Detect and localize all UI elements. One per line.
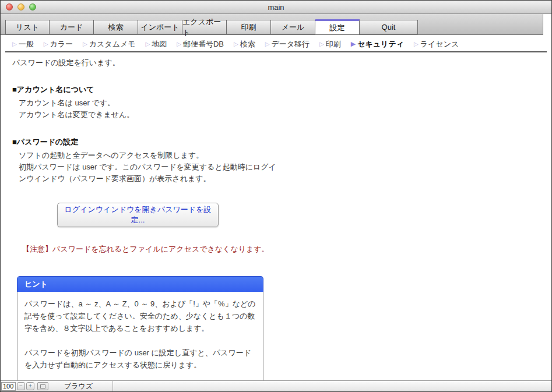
tab-export[interactable]: エクスポート [182,20,227,34]
password-warning-text: 【注意】パスワードを忘れるとファイルにアクセスできなくなります。 [22,244,551,255]
triangle-collapsed-icon: ▷ [319,41,324,47]
subnav-divider [5,51,547,52]
close-window-icon[interactable] [6,3,13,10]
layout-icon [40,384,45,389]
section-heading: ■アカウント名について [12,84,551,96]
triangle-collapsed-icon: ▷ [414,41,419,47]
window-controls [6,3,36,10]
hint-paragraph: パスワードを初期パスワードの user に設定し直すと、パスワードを入力せず自動… [24,347,256,371]
subnav-item-security[interactable]: ▶セキュリティ [351,39,404,50]
subnav-item-general[interactable]: ▷一般 [12,39,34,50]
subnav-item-custom-memo[interactable]: ▷カスタムメモ [83,39,136,50]
zoom-in-button[interactable]: + [26,382,34,390]
zoom-window-icon[interactable] [29,3,36,10]
tab-bar: リスト カード 検索 インポート エクスポート 印刷 メール 設定 Quit [1,14,543,35]
section-text: アカウント名は変更できません。 [19,109,280,121]
subnav-item-print[interactable]: ▷印刷 [319,39,341,50]
title-bar: main [1,1,551,14]
triangle-collapsed-icon: ▷ [44,41,48,47]
window-title: main [1,3,551,12]
section-text: ソフトの起動と全データへのアクセスを制限します。 [19,150,280,161]
tab-settings[interactable]: 設定 [315,19,360,35]
section-text: アカウント名は user です。 [19,97,280,109]
mode-selector[interactable]: ブラウズ [64,382,93,391]
triangle-collapsed-icon: ▷ [177,41,181,47]
password-section: ■パスワードの設定 ソフトの起動と全データへのアクセスを制限します。 初期パスワ… [12,136,551,185]
minimize-window-icon[interactable] [17,3,24,10]
minus-icon: − [19,383,23,389]
tab-list[interactable]: リスト [5,20,50,34]
triangle-collapsed-icon: ▷ [83,41,87,47]
hint-paragraph: パスワードは、a ～ z、A ～ Z、0 ～ 9、および「!」や「%」などの記号… [24,298,256,334]
section-text: 初期パスワードは user です。このパスワードを変更すると起動時にログインウイ… [19,161,280,185]
tab-label: 印刷 [241,22,256,33]
subnav-item-search[interactable]: ▷検索 [234,39,255,50]
tab-search[interactable]: 検索 [94,20,138,34]
hint-box-body: パスワードは、a ～ z、A ～ Z、0 ～ 9、および「!」や「%」などの記号… [17,292,263,380]
triangle-selected-icon: ▶ [351,41,356,47]
zoom-out-button[interactable]: − [17,382,25,390]
tab-mail[interactable]: メール [271,20,315,34]
tab-label: Quit [382,23,396,31]
section-heading: ■パスワードの設定 [12,136,551,148]
tab-quit[interactable]: Quit [360,20,418,34]
subnav-item-data-migration[interactable]: ▷データ移行 [265,39,310,50]
triangle-collapsed-icon: ▷ [146,41,150,47]
hint-box: ヒント パスワードは、a ～ z、A ～ Z、0 ～ 9、および「!」や「%」な… [17,276,263,380]
tab-label: エクスポート [182,17,226,38]
triangle-collapsed-icon: ▷ [12,41,17,47]
subnav-item-map[interactable]: ▷地図 [146,39,167,50]
layout-mode-button[interactable] [37,382,48,390]
hint-box-title: ヒント [17,276,263,292]
tab-import[interactable]: インポート [138,20,182,34]
tab-card[interactable]: カード [50,20,94,34]
tab-label: リスト [16,22,39,33]
tab-label: インポート [140,22,179,33]
account-name-section: ■アカウント名について アカウント名は user です。 アカウント名は変更でき… [12,84,551,121]
zoom-level-field[interactable]: 100 [1,382,16,391]
settings-subnav: ▷一般 ▷カラー ▷カスタムメモ ▷地図 ▷郵便番号DB ▷検索 ▷データ移行 … [1,35,551,49]
subnav-item-license[interactable]: ▷ライセンス [414,39,459,50]
tab-label: 設定 [330,23,345,33]
subnav-item-color[interactable]: ▷カラー [44,39,73,50]
subnav-item-postal-db[interactable]: ▷郵便番号DB [177,39,224,50]
settings-panel: ▷一般 ▷カラー ▷カスタムメモ ▷地図 ▷郵便番号DB ▷検索 ▷データ移行 … [1,35,551,380]
tab-print[interactable]: 印刷 [227,20,271,34]
tab-label: メール [282,22,305,33]
status-bar: 100 − + ブラウズ [1,380,551,391]
plus-icon: + [29,383,32,389]
tab-label: 検索 [108,22,124,33]
triangle-collapsed-icon: ▷ [234,41,238,47]
open-login-window-button[interactable]: ログインウインドウを開きパスワードを設定... [57,203,219,227]
app-window: main リスト カード 検索 インポート エクスポート 印刷 メール 設定 Q… [0,0,552,392]
page-description: パスワードの設定を行います。 [12,58,551,68]
tab-label: カード [60,22,83,33]
triangle-collapsed-icon: ▷ [265,41,270,47]
statusbar-divider [112,381,113,391]
